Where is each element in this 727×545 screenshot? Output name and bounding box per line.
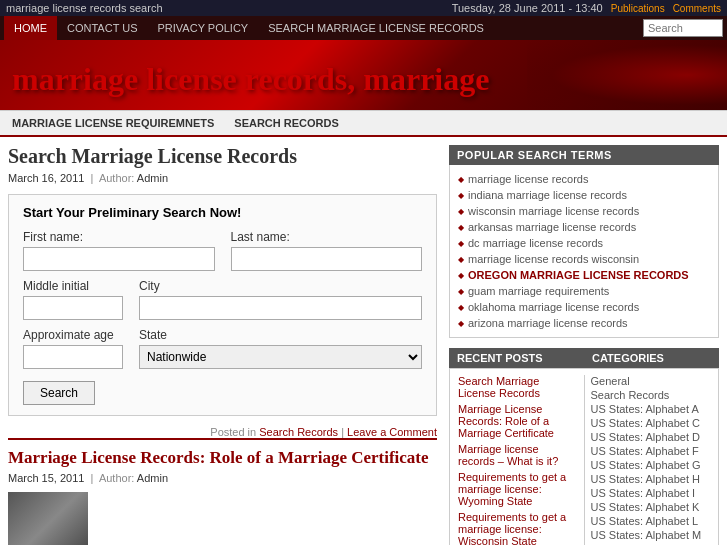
category-link[interactable]: US States: Alphabet L bbox=[591, 515, 699, 527]
title-bar: marriage license records search Tuesday,… bbox=[0, 0, 727, 16]
age-group: Approximate age bbox=[23, 328, 123, 369]
recent-posts-list: Search Marriage License RecordsMarriage … bbox=[458, 375, 585, 545]
popular-term-link[interactable]: indiana marriage license records bbox=[468, 189, 627, 201]
recent-posts-header: RECENT POSTS bbox=[449, 348, 584, 368]
nav-item-home[interactable]: HOME bbox=[4, 16, 57, 40]
first-name-group: First name: bbox=[23, 230, 215, 271]
category-link[interactable]: US States: Alphabet D bbox=[591, 431, 700, 443]
popular-term-link[interactable]: dc marriage license records bbox=[468, 237, 603, 249]
category-item: General bbox=[591, 375, 711, 387]
city-label: City bbox=[139, 279, 422, 293]
category-link[interactable]: US States: Alphabet K bbox=[591, 501, 700, 513]
article2-author: Admin bbox=[137, 472, 168, 484]
category-link[interactable]: US States: Alphabet C bbox=[591, 417, 700, 429]
category-link[interactable]: US States: Alphabet H bbox=[591, 473, 700, 485]
state-select[interactable]: Nationwide bbox=[139, 345, 422, 369]
popular-term-item: OREGON MARRIAGE LICENSE RECORDS bbox=[458, 267, 710, 283]
category-item: US States: Alphabet D bbox=[591, 431, 711, 443]
popular-term-item: guam marriage requirements bbox=[458, 283, 710, 299]
category-link[interactable]: US States: Alphabet G bbox=[591, 459, 701, 471]
recent-post-link[interactable]: Requirements to get a marriage license: … bbox=[458, 471, 566, 507]
category-link[interactable]: Search Records bbox=[591, 389, 670, 401]
recent-post-link[interactable]: Requirements to get a marriage license: … bbox=[458, 511, 566, 545]
comments-link[interactable]: Comments bbox=[673, 3, 721, 14]
popular-term-link[interactable]: marriage license records wisconsin bbox=[468, 253, 639, 265]
form-row-name: First name: Last name: bbox=[23, 230, 422, 271]
article-title: Search Marriage License Records bbox=[8, 145, 437, 168]
first-name-input[interactable] bbox=[23, 247, 215, 271]
first-name-label: First name: bbox=[23, 230, 215, 244]
popular-content: marriage license recordsindiana marriage… bbox=[449, 165, 719, 338]
article2-meta: March 15, 2011 | Author: Admin bbox=[8, 472, 437, 484]
popular-title: POPULAR SEARCH TERMS bbox=[449, 145, 719, 165]
recent-post-link[interactable]: Marriage License Records: Role of a Marr… bbox=[458, 403, 554, 439]
age-input[interactable] bbox=[23, 345, 123, 369]
nav-item-contact-us[interactable]: CONTACT US bbox=[57, 16, 148, 40]
state-group: State Nationwide bbox=[139, 328, 422, 369]
popular-term-link[interactable]: OREGON MARRIAGE LICENSE RECORDS bbox=[468, 269, 689, 281]
popular-term-item: oklahoma marriage license records bbox=[458, 299, 710, 315]
category-item: US States: Alphabet L bbox=[591, 515, 711, 527]
popular-term-link[interactable]: arizona marriage license records bbox=[468, 317, 628, 329]
city-group: City bbox=[139, 279, 422, 320]
recent-post-link[interactable]: Search Marriage License Records bbox=[458, 375, 540, 399]
search-records-link[interactable]: Search Records bbox=[259, 426, 338, 438]
category-item: US States: Alphabet M bbox=[591, 529, 711, 541]
city-input[interactable] bbox=[139, 296, 422, 320]
popular-term-link[interactable]: marriage license records bbox=[468, 173, 588, 185]
popular-term-item: arkansas marriage license records bbox=[458, 219, 710, 235]
popular-term-item: indiana marriage license records bbox=[458, 187, 710, 203]
nav-item-search-marriage-license-records[interactable]: SEARCH MARRIAGE LICENSE RECORDS bbox=[258, 16, 494, 40]
middle-initial-input[interactable] bbox=[23, 296, 123, 320]
search-button[interactable]: Search bbox=[23, 381, 95, 405]
sec-nav-marriage-license-requiremnets[interactable]: MARRIAGE LICENSE REQUIREMNETS bbox=[8, 115, 218, 131]
form-title: Start Your Preliminary Search Now! bbox=[23, 205, 422, 220]
last-name-group: Last name: bbox=[231, 230, 423, 271]
popular-term-item: marriage license records wisconsin bbox=[458, 251, 710, 267]
popular-term-link[interactable]: arkansas marriage license records bbox=[468, 221, 636, 233]
nav-search bbox=[643, 19, 723, 37]
last-name-label: Last name: bbox=[231, 230, 423, 244]
popular-term-item: arizona marriage license records bbox=[458, 315, 710, 331]
nav-search-input[interactable] bbox=[643, 19, 723, 37]
recent-post-item: Marriage License Records: Role of a Marr… bbox=[458, 403, 578, 439]
search-form-box: Start Your Preliminary Search Now! First… bbox=[8, 194, 437, 416]
category-item: Search Records bbox=[591, 389, 711, 401]
popular-term-link[interactable]: oklahoma marriage license records bbox=[468, 301, 639, 313]
secondary-nav: MARRIAGE LICENSE REQUIREMNETSSEARCH RECO… bbox=[0, 110, 727, 137]
recent-post-item: Requirements to get a marriage license: … bbox=[458, 511, 578, 545]
category-link[interactable]: US States: Alphabet F bbox=[591, 445, 699, 457]
category-item: US States: Alphabet I bbox=[591, 487, 711, 499]
nav-items: HOMECONTACT USPRIVACY POLICYSEARCH MARRI… bbox=[4, 16, 494, 40]
leave-comment-link[interactable]: Leave a Comment bbox=[347, 426, 437, 438]
category-link[interactable]: US States: Alphabet I bbox=[591, 487, 696, 499]
right-sidebar: POPULAR SEARCH TERMS marriage license re… bbox=[449, 145, 719, 545]
nav-item-privacy-policy[interactable]: PRIVACY POLICY bbox=[148, 16, 259, 40]
category-link[interactable]: US States: Alphabet A bbox=[591, 403, 699, 415]
recent-categories-content: Search Marriage License RecordsMarriage … bbox=[449, 368, 719, 545]
category-item: US States: Alphabet A bbox=[591, 403, 711, 415]
recent-post-link[interactable]: Marriage license records – What is it? bbox=[458, 443, 558, 467]
categories-list: GeneralSearch RecordsUS States: Alphabet… bbox=[585, 375, 711, 545]
two-col-header: RECENT POSTS CATEGORIES bbox=[449, 348, 719, 368]
last-name-input[interactable] bbox=[231, 247, 423, 271]
category-link[interactable]: US States: Alphabet M bbox=[591, 529, 702, 541]
popular-term-link[interactable]: wisconsin marriage license records bbox=[468, 205, 639, 217]
age-label: Approximate age bbox=[23, 328, 123, 342]
state-label: State bbox=[139, 328, 422, 342]
popular-term-item: wisconsin marriage license records bbox=[458, 203, 710, 219]
recent-post-item: Marriage license records – What is it? bbox=[458, 443, 578, 467]
category-item: US States: Alphabet G bbox=[591, 459, 711, 471]
category-link[interactable]: General bbox=[591, 375, 630, 387]
publications-link[interactable]: Publications bbox=[611, 3, 665, 14]
middle-initial-group: Middle initial bbox=[23, 279, 123, 320]
article2-title[interactable]: Marriage License Records: Role of a Marr… bbox=[8, 438, 437, 468]
popular-term-link[interactable]: guam marriage requirements bbox=[468, 285, 609, 297]
article-meta: March 16, 2011 | Author: Admin bbox=[8, 172, 437, 184]
popular-term-item: marriage license records bbox=[458, 171, 710, 187]
nav-bar: HOMECONTACT USPRIVACY POLICYSEARCH MARRI… bbox=[0, 16, 727, 40]
sec-nav-search-records[interactable]: SEARCH RECORDS bbox=[230, 115, 343, 131]
categories-header: CATEGORIES bbox=[584, 348, 719, 368]
article-author: Admin bbox=[137, 172, 168, 184]
middle-initial-label: Middle initial bbox=[23, 279, 123, 293]
